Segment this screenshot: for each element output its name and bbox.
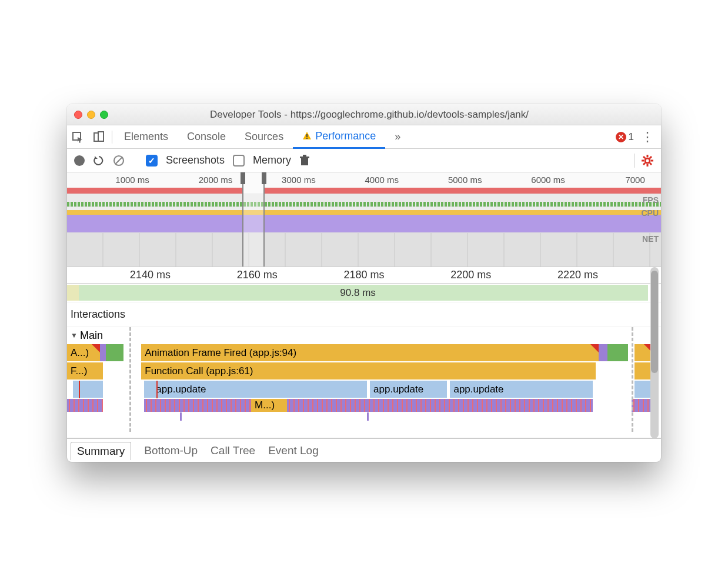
detail-tabs: Summary Bottom-Up Call Tree Event Log <box>67 438 661 462</box>
panel-tabs: Elements Console Sources Performance » ✕… <box>67 125 661 149</box>
flame-bar[interactable]: A...) <box>67 344 100 361</box>
flame-bar[interactable]: app.update <box>370 381 447 398</box>
inspect-element-icon[interactable] <box>67 125 88 149</box>
frame-boundary <box>632 327 633 432</box>
ruler-tick: 2000 ms <box>199 175 233 185</box>
detail-ruler[interactable]: 2140 ms 2160 ms 2180 ms 2200 ms 2220 ms <box>67 267 661 284</box>
detail-panel: 2140 ms 2160 ms 2180 ms 2200 ms 2220 ms … <box>67 267 661 438</box>
tab-call-tree[interactable]: Call Tree <box>211 444 255 457</box>
flame-bar[interactable] <box>635 381 652 398</box>
flame-track-0[interactable]: A...) Animation Frame Fired (app.js:94) <box>67 344 661 362</box>
device-toolbar-icon[interactable] <box>88 125 109 149</box>
collapse-icon[interactable]: ▼ <box>71 331 78 339</box>
devtools-window: Developer Tools - https://googlechrome.g… <box>67 104 661 462</box>
frame-duration: 90.8 ms <box>340 287 375 299</box>
main-thread[interactable]: ▼ Main A...) Animation Frame Fired (app.… <box>67 327 661 438</box>
ruler-tick: 2160 ms <box>237 269 278 281</box>
flame-bar[interactable]: Animation Frame Fired (app.js:94) <box>141 344 599 361</box>
flame-bar[interactable]: app.update <box>450 381 592 398</box>
error-count[interactable]: ✕ 1 <box>616 131 634 143</box>
minimize-icon[interactable] <box>87 111 95 119</box>
close-icon[interactable] <box>74 111 82 119</box>
vertical-scrollbar[interactable] <box>650 267 659 438</box>
selection-handle-right[interactable] <box>262 172 266 184</box>
flame-bar[interactable] <box>106 344 123 361</box>
overview-lane-cpu: CPU <box>67 207 661 232</box>
titlebar: Developer Tools - https://googlechrome.g… <box>67 104 661 125</box>
svg-rect-7 <box>301 158 308 165</box>
svg-line-15 <box>643 157 645 158</box>
error-count-value: 1 <box>629 131 634 143</box>
screenshots-checkbox[interactable] <box>146 155 158 167</box>
ruler-tick: 3000 ms <box>282 175 316 185</box>
flame-bar[interactable] <box>100 344 106 361</box>
traffic-lights <box>74 111 108 119</box>
flame-bar[interactable] <box>635 362 652 379</box>
warning-icon <box>302 131 312 141</box>
flame-bar[interactable] <box>635 344 652 361</box>
flame-bar[interactable]: app.update <box>144 381 367 398</box>
flame-bar[interactable] <box>599 344 607 361</box>
flame-bar[interactable] <box>67 399 103 412</box>
ruler-tick: 2180 ms <box>343 269 384 281</box>
flame-track-3[interactable]: M...) <box>67 399 661 412</box>
interactions-row[interactable]: Interactions <box>67 302 661 327</box>
ruler-tick: 2200 ms <box>450 269 491 281</box>
screenshots-label: Screenshots <box>166 154 225 167</box>
flame-bar[interactable] <box>144 399 251 412</box>
svg-line-17 <box>643 163 645 165</box>
flame-bar[interactable] <box>607 344 628 361</box>
flame-bar[interactable]: F...) <box>67 362 103 379</box>
flame-bar[interactable]: Function Call (app.js:61) <box>141 362 596 379</box>
main-header[interactable]: ▼ Main <box>67 327 661 344</box>
flame-bar[interactable] <box>632 399 652 412</box>
tab-sources[interactable]: Sources <box>235 125 293 149</box>
selection-handle-left[interactable] <box>241 172 245 184</box>
tab-bottom-up[interactable]: Bottom-Up <box>144 444 198 457</box>
trash-icon[interactable] <box>299 155 310 167</box>
fps-bar <box>67 188 661 194</box>
settings-icon[interactable] <box>641 154 654 167</box>
reload-icon[interactable] <box>93 155 105 167</box>
flame-track-1[interactable]: F...) Function Call (app.js:61) <box>67 362 661 380</box>
overview-lane-net: NET <box>67 232 661 267</box>
memory-label: Memory <box>253 154 291 167</box>
tab-console[interactable]: Console <box>178 125 235 149</box>
flame-bar[interactable] <box>73 381 103 398</box>
interactions-label: Interactions <box>67 308 132 321</box>
overview-ruler[interactable]: 1000 ms 2000 ms 3000 ms 4000 ms 5000 ms … <box>67 172 661 188</box>
lane-label-cpu: CPU <box>641 208 659 218</box>
overview-selection[interactable] <box>242 172 265 267</box>
flame-bar[interactable]: M...) <box>251 399 287 412</box>
tab-elements[interactable]: Elements <box>115 125 178 149</box>
lane-label-net: NET <box>642 234 659 244</box>
tab-summary[interactable]: Summary <box>71 442 131 460</box>
flame-track-4[interactable] <box>67 412 661 425</box>
frames-row[interactable]: Frames 90.8 ms <box>67 284 661 302</box>
zoom-icon[interactable] <box>100 111 108 119</box>
ruler-tick: 2220 ms <box>557 269 598 281</box>
frame-boundary <box>129 327 131 432</box>
separator <box>112 131 112 144</box>
flame-track-2[interactable]: app.update app.update app.update <box>67 381 661 398</box>
svg-rect-9 <box>303 155 306 157</box>
error-icon: ✕ <box>616 132 626 142</box>
overview-panel[interactable]: 1000 ms 2000 ms 3000 ms 4000 ms 5000 ms … <box>67 172 661 267</box>
tabs-overflow[interactable]: » <box>385 125 410 149</box>
separator <box>635 154 635 168</box>
record-button[interactable] <box>74 155 85 166</box>
tab-event-log[interactable]: Event Log <box>268 444 319 457</box>
ruler-tick: 6000 ms <box>531 175 565 185</box>
tab-performance[interactable]: Performance <box>293 125 385 149</box>
ruler-tick: 5000 ms <box>448 175 482 185</box>
svg-line-18 <box>650 157 652 158</box>
tab-performance-label: Performance <box>315 130 376 142</box>
lane-label-fps: FPS <box>643 195 659 205</box>
scrollbar-thumb[interactable] <box>651 271 658 374</box>
memory-checkbox[interactable] <box>233 155 245 167</box>
more-menu-icon[interactable]: ⋮ <box>634 129 661 145</box>
svg-rect-2 <box>98 132 103 141</box>
svg-line-16 <box>650 163 652 165</box>
clear-icon[interactable] <box>113 155 125 167</box>
flame-bar[interactable] <box>287 399 593 412</box>
